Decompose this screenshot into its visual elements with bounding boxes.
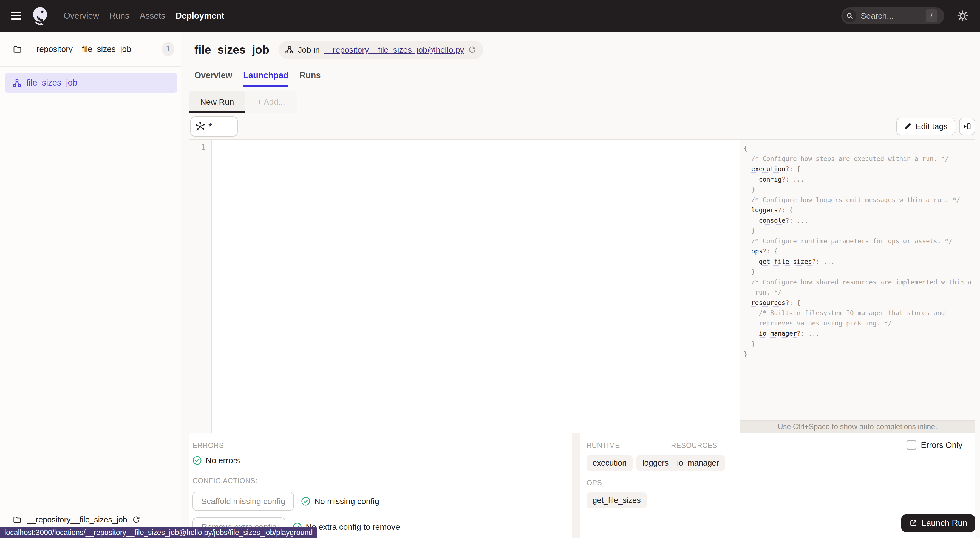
- no-errors-status: No errors: [192, 456, 572, 465]
- gear-icon[interactable]: [956, 10, 969, 22]
- panel-resize-handle[interactable]: [572, 433, 580, 538]
- folder-icon: [13, 515, 22, 525]
- errors-panel: ERRORS No errors CONFIG ACTIONS: Scaffol…: [189, 433, 572, 538]
- runtime-tag-loggers[interactable]: loggers: [636, 455, 675, 471]
- ops-group: OPS get_file_sizes: [587, 479, 671, 508]
- op-selector-value: *: [208, 121, 212, 132]
- reload-location-icon[interactable]: [468, 46, 477, 54]
- config-actions-label: CONFIG ACTIONS:: [192, 477, 572, 485]
- repository-location-link[interactable]: __repository__file_sizes_job@hello.py: [323, 45, 464, 54]
- config-tab-new-run[interactable]: New Run: [189, 91, 245, 113]
- open-right-panel-icon: [963, 122, 971, 131]
- expand-panel-button[interactable]: [959, 118, 975, 135]
- config-schema-panel: {/* Configure how steps are executed wit…: [740, 140, 975, 433]
- check-circle-icon: [192, 456, 202, 465]
- job-location-pill: Job in __repository__file_sizes_job@hell…: [278, 41, 483, 59]
- nav-overview[interactable]: Overview: [64, 11, 99, 21]
- toolbar-right: Edit tags: [896, 118, 975, 135]
- nav-deployment[interactable]: Deployment: [176, 11, 224, 21]
- autocomplete-hint: Use Ctrl+Space to show auto-completions …: [740, 420, 975, 433]
- line-number: 1: [201, 142, 206, 152]
- config-tab-add[interactable]: + Add...: [245, 91, 297, 113]
- launchpad-toolbar: * Edit tags: [189, 113, 975, 139]
- main-panel: file_sizes_job Job in __repository__file…: [181, 32, 980, 538]
- errors-only-label: Errors Only: [921, 440, 963, 450]
- launch-icon: [909, 519, 918, 528]
- job-tabs: Overview Launchpad Runs: [181, 70, 980, 87]
- ops-label: OPS: [587, 479, 671, 487]
- repository-name: __repository__file_sizes_job: [27, 45, 131, 54]
- op-selector-input[interactable]: *: [190, 116, 238, 137]
- content: __repository__file_sizes_job 1 file_size…: [0, 32, 980, 538]
- nav-assets[interactable]: Assets: [140, 11, 165, 21]
- reload-repository-icon[interactable]: [132, 516, 141, 524]
- search-input[interactable]: Search... /: [841, 7, 944, 24]
- sidebar-item-label: file_sizes_job: [26, 78, 77, 88]
- scaffold-missing-config-button[interactable]: Scaffold missing config: [192, 492, 294, 511]
- sidebar: __repository__file_sizes_job 1 file_size…: [0, 32, 181, 538]
- scaffold-row: Scaffold missing config No missing confi…: [192, 492, 572, 511]
- no-missing-config-text: No missing config: [314, 497, 379, 506]
- status-bar-url: localhost:3000/locations/__repository__f…: [0, 527, 317, 538]
- job-graph-icon: [13, 78, 21, 87]
- launchpad-config-tabs: New Run + Add...: [189, 91, 975, 113]
- config-editor[interactable]: [212, 140, 740, 433]
- edit-tags-button[interactable]: Edit tags: [896, 118, 955, 135]
- nav-runs[interactable]: Runs: [110, 11, 129, 21]
- check-circle-icon: [301, 497, 310, 506]
- primary-nav: Overview Runs Assets Deployment: [64, 11, 224, 21]
- page-header: file_sizes_job Job in __repository__file…: [181, 32, 980, 59]
- launchpad-bottom-panel: ERRORS No errors CONFIG ACTIONS: Scaffol…: [189, 433, 975, 538]
- run-preview-groups: RUNTIME execution loggers RESOURCES io_m…: [587, 441, 975, 508]
- search-shortcut-badge: /: [926, 10, 937, 22]
- op-graph-icon: [195, 121, 205, 131]
- no-errors-text: No errors: [206, 456, 240, 465]
- tab-runs[interactable]: Runs: [299, 70, 321, 87]
- dagster-logo-icon[interactable]: [31, 6, 49, 26]
- launch-run-label: Launch Run: [921, 518, 967, 528]
- repository-count-badge: 1: [162, 42, 174, 56]
- job-pill-prefix: Job in: [298, 45, 320, 54]
- folder-icon: [13, 45, 22, 54]
- sidebar-item-file-sizes-job[interactable]: file_sizes_job: [5, 73, 177, 93]
- top-nav: Overview Runs Assets Deployment Search..…: [0, 0, 980, 32]
- search-icon: [843, 10, 856, 22]
- ops-tag-get-file-sizes[interactable]: get_file_sizes: [587, 492, 647, 508]
- edit-tags-label: Edit tags: [916, 122, 948, 131]
- footer-repository-name: __repository__file_sizes_job: [27, 515, 127, 524]
- dagster-app: Overview Runs Assets Deployment Search..…: [0, 0, 980, 538]
- job-graph-icon: [285, 46, 294, 54]
- page-title: file_sizes_job: [194, 43, 269, 56]
- runtime-tag-execution[interactable]: execution: [587, 455, 633, 471]
- errors-only-control: Errors Only: [907, 440, 963, 450]
- menu-icon[interactable]: [11, 12, 21, 20]
- tab-overview[interactable]: Overview: [194, 70, 232, 87]
- no-missing-config-status: No missing config: [301, 497, 379, 506]
- tab-launchpad[interactable]: Launchpad: [243, 70, 288, 87]
- editor-gutter: 1: [189, 140, 212, 433]
- errors-only-checkbox[interactable]: [907, 440, 916, 450]
- config-editor-area: 1 {/* Configure how steps are executed w…: [189, 139, 975, 433]
- runtime-label: RUNTIME: [587, 441, 671, 450]
- pencil-icon: [904, 122, 912, 131]
- search-placeholder: Search...: [861, 11, 894, 21]
- no-extra-config-text: No extra config to remove: [306, 522, 400, 532]
- errors-label: ERRORS: [192, 441, 572, 450]
- launch-run-button[interactable]: Launch Run: [901, 514, 975, 532]
- sidebar-repository-row[interactable]: __repository__file_sizes_job 1: [0, 32, 181, 67]
- config-schema-code: {/* Configure how steps are executed wit…: [740, 140, 975, 420]
- launchpad: New Run + Add... *: [189, 87, 975, 538]
- resources-tag-io-manager[interactable]: io_manager: [671, 455, 725, 471]
- run-preview-panel: RUNTIME execution loggers RESOURCES io_m…: [580, 433, 975, 538]
- runtime-group: RUNTIME execution loggers: [587, 441, 671, 471]
